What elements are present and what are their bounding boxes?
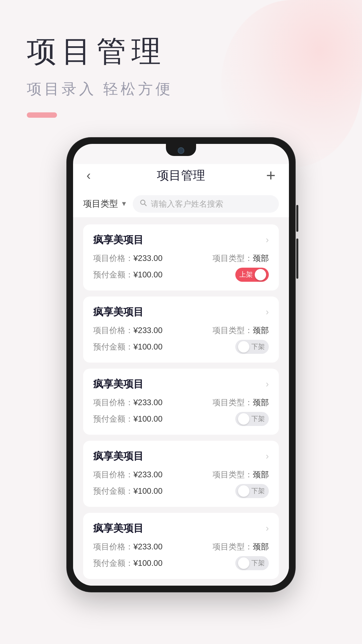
type-label: 项目类型：颈部 bbox=[213, 397, 269, 408]
toggle-off-label: 下架 bbox=[251, 342, 265, 351]
nav-bar: ‹ 项目管理 + bbox=[73, 164, 289, 191]
filter-type-selector[interactable]: 项目类型 ▼ bbox=[83, 198, 127, 210]
back-button[interactable]: ‹ bbox=[86, 168, 107, 183]
project-card: 疯享美项目 › 项目价格：¥233.00 项目类型：颈部 预付金额：¥100.0… bbox=[83, 513, 279, 579]
page-header: 项目管理 项目录入 轻松方便 bbox=[0, 0, 362, 138]
phone-frame: ‹ 项目管理 + 项目类型 ▼ 请输入客户姓名搜索 bbox=[67, 138, 295, 592]
toggle-knob bbox=[238, 341, 249, 353]
phone-screen: ‹ 项目管理 + 项目类型 ▼ 请输入客户姓名搜索 bbox=[73, 144, 289, 586]
filter-bar: 项目类型 ▼ 请输入客户姓名搜索 bbox=[73, 191, 289, 218]
svg-line-1 bbox=[144, 204, 146, 206]
toggle-off-label: 下架 bbox=[251, 414, 265, 423]
toggle-knob bbox=[238, 413, 249, 425]
project-name: 疯享美项目 bbox=[93, 377, 143, 391]
project-name: 疯享美项目 bbox=[93, 449, 143, 463]
price-label: 项目价格：¥233.00 bbox=[93, 469, 163, 480]
prepay-label: 预付金额：¥100.00 bbox=[93, 558, 163, 569]
prepay-value: ¥100.00 bbox=[133, 558, 163, 568]
price-label: 项目价格：¥233.00 bbox=[93, 253, 163, 264]
toggle-on-label: 上架 bbox=[239, 270, 253, 279]
chevron-right-icon[interactable]: › bbox=[266, 234, 269, 245]
price-row: 项目价格：¥233.00 项目类型：颈部 bbox=[93, 325, 269, 336]
price-row: 项目价格：¥233.00 项目类型：颈部 bbox=[93, 469, 269, 480]
project-card: 疯享美项目 › 项目价格：¥233.00 项目类型：颈部 预付金额：¥100.0… bbox=[83, 441, 279, 507]
project-name: 疯享美项目 bbox=[93, 233, 143, 247]
prepay-row: 预付金额：¥100.00 上架 bbox=[93, 268, 269, 282]
prepay-row: 预付金额：¥100.00 下架 bbox=[93, 484, 269, 498]
search-box[interactable]: 请输入客户姓名搜索 bbox=[133, 195, 279, 213]
camera-icon bbox=[178, 147, 184, 154]
type-value: 颈部 bbox=[253, 326, 269, 335]
type-value: 颈部 bbox=[253, 398, 269, 407]
prepay-row: 预付金额：¥100.00 下架 bbox=[93, 556, 269, 570]
project-card: 疯享美项目 › 项目价格：¥233.00 项目类型：颈部 预付金额：¥100.0… bbox=[83, 369, 279, 435]
project-name: 疯享美项目 bbox=[93, 305, 143, 319]
volume-button bbox=[296, 238, 298, 279]
project-name: 疯享美项目 bbox=[93, 522, 143, 535]
toggle-off[interactable]: 下架 bbox=[235, 412, 269, 426]
phone-notch bbox=[166, 144, 196, 156]
page-title: 项目管理 bbox=[27, 34, 335, 69]
type-label: 项目类型：颈部 bbox=[213, 469, 269, 480]
toggle-knob bbox=[255, 269, 266, 280]
toggle-off[interactable]: 下架 bbox=[235, 556, 269, 570]
card-header: 疯享美项目 › bbox=[93, 449, 269, 463]
price-label: 项目价格：¥233.00 bbox=[93, 397, 163, 408]
type-value: 颈部 bbox=[253, 254, 269, 263]
search-placeholder: 请输入客户姓名搜索 bbox=[151, 199, 223, 209]
card-header: 疯享美项目 › bbox=[93, 522, 269, 535]
project-list: 疯享美项目 › 项目价格：¥233.00 项目类型：颈部 预付金额：¥100.0… bbox=[73, 218, 289, 586]
price-value: ¥233.00 bbox=[133, 470, 163, 479]
prepay-value: ¥100.00 bbox=[133, 270, 163, 279]
prepay-value: ¥100.00 bbox=[133, 414, 163, 423]
filter-type-label: 项目类型 bbox=[83, 198, 118, 210]
page-subtitle: 项目录入 轻松方便 bbox=[27, 79, 335, 99]
toggle-knob bbox=[238, 485, 249, 497]
toggle-off-label: 下架 bbox=[251, 486, 265, 495]
prepay-label: 预付金额：¥100.00 bbox=[93, 486, 163, 496]
project-card: 疯享美项目 › 项目价格：¥233.00 项目类型：颈部 预付金额：¥100.0… bbox=[83, 224, 279, 290]
type-value: 颈部 bbox=[253, 542, 269, 551]
toggle-off[interactable]: 下架 bbox=[235, 340, 269, 354]
nav-title: 项目管理 bbox=[157, 167, 205, 184]
price-row: 项目价格：¥233.00 项目类型：颈部 bbox=[93, 541, 269, 552]
accent-bar bbox=[27, 112, 57, 118]
prepay-value: ¥100.00 bbox=[133, 342, 163, 351]
price-row: 项目价格：¥233.00 项目类型：颈部 bbox=[93, 397, 269, 408]
type-label: 项目类型：颈部 bbox=[213, 253, 269, 264]
chevron-right-icon[interactable]: › bbox=[266, 451, 269, 462]
card-header: 疯享美项目 › bbox=[93, 305, 269, 319]
add-button[interactable]: + bbox=[255, 167, 276, 183]
card-header: 疯享美项目 › bbox=[93, 377, 269, 391]
chevron-right-icon[interactable]: › bbox=[266, 523, 269, 534]
price-row: 项目价格：¥233.00 项目类型：颈部 bbox=[93, 253, 269, 264]
phone-container: ‹ 项目管理 + 项目类型 ▼ 请输入客户姓名搜索 bbox=[0, 138, 362, 592]
prepay-row: 预付金额：¥100.00 下架 bbox=[93, 340, 269, 354]
price-value: ¥233.00 bbox=[133, 542, 163, 551]
prepay-value: ¥100.00 bbox=[133, 486, 163, 495]
type-label: 项目类型：颈部 bbox=[213, 541, 269, 552]
prepay-label: 预付金额：¥100.00 bbox=[93, 414, 163, 424]
prepay-label: 预付金额：¥100.00 bbox=[93, 269, 163, 280]
toggle-knob bbox=[238, 557, 249, 569]
toggle-off[interactable]: 下架 bbox=[235, 484, 269, 498]
chevron-down-icon: ▼ bbox=[121, 200, 127, 208]
card-header: 疯享美项目 › bbox=[93, 233, 269, 247]
chevron-right-icon[interactable]: › bbox=[266, 379, 269, 389]
toggle-on[interactable]: 上架 bbox=[235, 268, 269, 282]
price-value: ¥233.00 bbox=[133, 398, 163, 407]
price-label: 项目价格：¥233.00 bbox=[93, 325, 163, 336]
price-value: ¥233.00 bbox=[133, 326, 163, 335]
prepay-row: 预付金额：¥100.00 下架 bbox=[93, 412, 269, 426]
price-value: ¥233.00 bbox=[133, 254, 163, 263]
svg-point-0 bbox=[140, 200, 145, 204]
project-card: 疯享美项目 › 项目价格：¥233.00 项目类型：颈部 预付金额：¥100.0… bbox=[83, 297, 279, 363]
power-button bbox=[296, 205, 298, 232]
type-value: 颈部 bbox=[253, 470, 269, 479]
search-icon bbox=[139, 199, 147, 209]
prepay-label: 预付金额：¥100.00 bbox=[93, 341, 163, 352]
toggle-off-label: 下架 bbox=[251, 558, 265, 568]
chevron-right-icon[interactable]: › bbox=[266, 307, 269, 317]
type-label: 项目类型：颈部 bbox=[213, 325, 269, 336]
price-label: 项目价格：¥233.00 bbox=[93, 541, 163, 552]
